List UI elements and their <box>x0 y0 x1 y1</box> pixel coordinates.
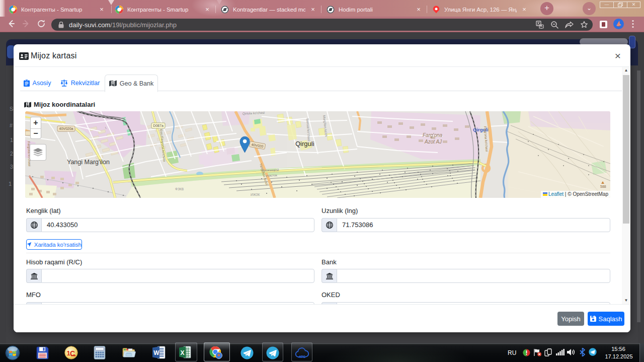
svg-text:W: W <box>153 349 159 356</box>
svg-text:588: 588 <box>600 185 606 188</box>
svg-text:ATC: ATC <box>299 355 305 358</box>
svg-text:Yangi Marg'ilon: Yangi Marg'ilon <box>67 159 110 166</box>
svg-text:Azot AJ: Azot AJ <box>424 139 442 144</box>
svg-text:Qirguli: Qirguli <box>295 140 314 148</box>
svg-text:Farg'ona: Farg'ona <box>423 132 443 138</box>
svg-text:D087a: D087a <box>153 124 164 127</box>
svg-text:ФЗКВ: ФЗКВ <box>175 187 184 191</box>
svg-text:40V020a: 40V020a <box>59 127 73 130</box>
svg-text:X: X <box>181 349 185 356</box>
svg-text:ИЖЗК: ИЖЗК <box>251 193 260 196</box>
